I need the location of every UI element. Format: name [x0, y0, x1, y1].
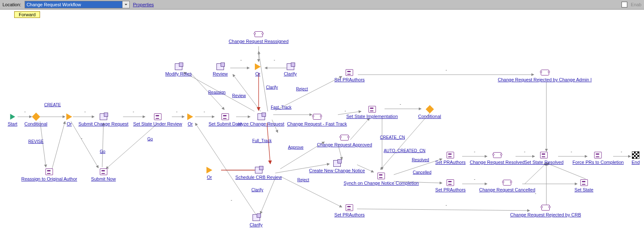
enable-label: Enab [631, 2, 641, 7]
notification-icon [503, 179, 511, 186]
edge-dash: - [571, 149, 572, 154]
properties-link[interactable]: Properties [133, 2, 154, 7]
robot-icon [345, 204, 354, 211]
diamond-icon [425, 105, 434, 113]
node-schedule-crb-review[interactable]: Schedule CRB Review [235, 166, 282, 180]
edge-dash: - [524, 149, 525, 154]
edge-go[interactable]: Go [100, 149, 105, 154]
node-submit-now[interactable]: Submit Now [91, 168, 116, 181]
node-set-state[interactable]: Set State [574, 179, 593, 192]
edge-go[interactable]: Go [147, 137, 153, 141]
edge-dash: - [345, 108, 346, 113]
node-clarify[interactable]: Clarify [249, 214, 262, 227]
node-submit-change-request[interactable]: Submit Change Request [78, 113, 128, 126]
node-or[interactable]: Or [65, 113, 73, 126]
node-cr-fast-track[interactable]: Change Request - Fast Track [287, 113, 347, 126]
task-icon [286, 63, 294, 70]
task-icon [257, 113, 265, 120]
enable-checkbox[interactable] [621, 2, 627, 8]
edge-dash: - [474, 149, 475, 154]
edge-reassign[interactable]: Reassign [208, 90, 226, 95]
edge-dash: - [274, 58, 275, 62]
forward-button[interactable]: Forward [14, 11, 40, 18]
node-set-state-under-review[interactable]: Set State Under Review [133, 113, 182, 126]
node-start[interactable]: Start [8, 113, 17, 126]
node-cr-rejected-crb[interactable]: Change Request Rejected by CRB [510, 204, 581, 217]
node-cr-rejected-admin[interactable]: Change Request Rejected by Change Admin … [498, 69, 591, 82]
edge-clarify[interactable]: Clarify [266, 85, 278, 90]
node-or[interactable]: Or [186, 113, 194, 126]
svg-line-2 [40, 121, 46, 167]
robot-icon [580, 179, 588, 186]
edge-auto-created-cn[interactable]: AUTO_CREATED_CN [384, 148, 425, 153]
node-modify-roles[interactable]: Modify Roles [165, 63, 192, 76]
edge-full-track[interactable]: Full_Track [252, 138, 272, 143]
node-create-new-change-notice[interactable]: Create New Change Notice [309, 160, 365, 173]
node-set-pr-authors[interactable]: Set PRAuthors [335, 69, 365, 82]
robot-icon [446, 179, 455, 186]
edge-dash: - [535, 191, 536, 196]
second-toolbar: Forward [0, 10, 644, 18]
node-analyze-change-request[interactable]: alyze Change Request [238, 113, 284, 126]
robot-icon [45, 168, 53, 176]
location-dropdown[interactable]: Change Request Workflow [25, 1, 130, 8]
node-conditional[interactable]: Conditional [418, 105, 441, 119]
node-set-state-implementation[interactable]: Set State Implementation [346, 105, 398, 119]
node-conditional[interactable]: Conditional [24, 113, 47, 126]
notification-icon [541, 69, 549, 76]
node-review[interactable]: Review [213, 63, 228, 76]
edge-dash: - [176, 109, 177, 114]
edge-dash: - [445, 203, 447, 207]
node-cr-cancelled[interactable]: Change Request Cancelled [479, 179, 536, 192]
chevron-down-icon[interactable] [122, 1, 129, 8]
node-set-pr-authors[interactable]: Set PRAuthors [435, 179, 466, 192]
edge-dash: - [400, 102, 401, 106]
svg-line-12 [233, 74, 261, 111]
edge-resolved[interactable]: Resolved [412, 158, 429, 162]
robot-icon [540, 151, 548, 159]
task-icon [99, 113, 108, 120]
task-icon [216, 63, 224, 70]
edge-reject[interactable]: Reject [296, 87, 308, 91]
robot-icon [153, 113, 162, 120]
node-reassign-original-author[interactable]: Reassign to Original Author [21, 168, 77, 181]
edge-reject[interactable]: Reject [297, 178, 309, 182]
edge-dash: - [621, 149, 622, 154]
svg-line-46 [546, 163, 586, 179]
edge-clarify[interactable]: Clarify [252, 188, 263, 192]
node-end[interactable]: End [631, 151, 640, 165]
edge-create-cn[interactable]: CREATE_CN [380, 135, 405, 140]
edge-cancelled[interactable]: Cancelled [413, 170, 431, 175]
node-cr-approved[interactable]: Change Request Approved [317, 134, 372, 147]
node-clarify[interactable]: Clarify [284, 63, 297, 76]
node-synch-cn-completion[interactable]: Synch on Change Notice Completion [344, 172, 419, 186]
robot-icon [368, 105, 376, 113]
location-label: Location: [3, 2, 21, 7]
node-set-state-resolved[interactable]: Set State Resolved [524, 151, 564, 165]
edge-revise[interactable]: REVISE [28, 139, 44, 144]
edge-approve[interactable]: Approve [288, 145, 303, 150]
workflow-canvas: Start Conditional Or Submit Change Reque… [0, 18, 644, 241]
edge-dash: - [474, 177, 475, 181]
node-cr-resolved[interactable]: Change Request Resolved [470, 151, 524, 165]
edge-fast-track[interactable]: Fast_Track [271, 105, 292, 110]
node-set-submit-date[interactable]: Set Submit Date [209, 113, 242, 126]
node-set-pr-authors[interactable]: Set PRAuthors [335, 204, 365, 217]
node-or[interactable]: Or [254, 63, 262, 76]
svg-line-50 [267, 123, 270, 164]
or-icon [65, 113, 73, 120]
robot-icon [446, 151, 455, 159]
node-cr-reassigned[interactable]: Change Request Reassigned [229, 30, 289, 44]
edge-dash: - [81, 136, 82, 141]
edge-dash: - [258, 52, 259, 56]
node-force-prs-completion[interactable]: Force PRs to Completion [573, 151, 624, 165]
edge-dash: - [84, 109, 86, 114]
node-or[interactable]: Or [205, 166, 214, 180]
edge-dash: - [231, 198, 232, 202]
svg-line-5 [71, 121, 98, 168]
edge-create[interactable]: CREATE [44, 103, 61, 107]
edge-review[interactable]: Review [232, 93, 246, 98]
toolbar: Location: Change Request Workflow Proper… [0, 0, 644, 10]
notification-icon [254, 30, 263, 38]
node-set-pr-authors[interactable]: Set PRAuthors [435, 151, 466, 165]
